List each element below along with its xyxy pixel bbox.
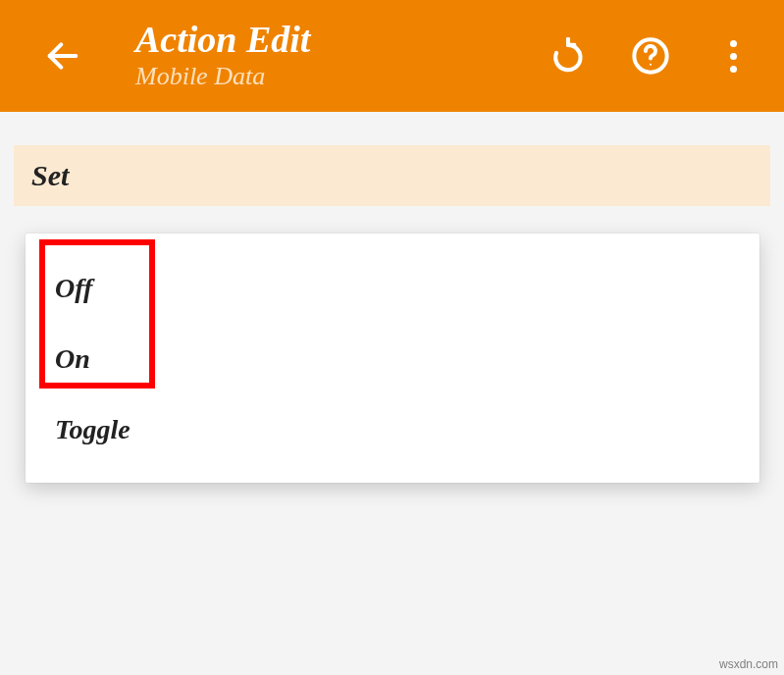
dot-icon bbox=[730, 66, 737, 73]
section-header-set: Set bbox=[14, 145, 770, 206]
content-area: Set bbox=[0, 112, 784, 206]
help-button[interactable] bbox=[629, 34, 672, 78]
set-dropdown: Off On Toggle bbox=[26, 234, 759, 483]
watermark: wsxdn.com bbox=[719, 657, 778, 671]
dot-icon bbox=[730, 40, 737, 47]
appbar-titles: Action Edit Mobile Data bbox=[135, 21, 547, 91]
appbar-actions bbox=[547, 34, 755, 78]
help-icon bbox=[631, 36, 670, 76]
dropdown-item-off[interactable]: Off bbox=[26, 253, 759, 324]
back-button[interactable] bbox=[39, 32, 86, 79]
overflow-menu-button[interactable] bbox=[711, 34, 755, 78]
dropdown-item-on[interactable]: On bbox=[26, 324, 759, 394]
page-subtitle: Mobile Data bbox=[135, 62, 547, 91]
undo-button[interactable] bbox=[547, 34, 590, 78]
arrow-left-icon bbox=[43, 36, 82, 76]
svg-point-2 bbox=[650, 64, 652, 66]
app-bar: Action Edit Mobile Data bbox=[0, 0, 784, 112]
dot-icon bbox=[730, 53, 737, 60]
page-title: Action Edit bbox=[135, 21, 547, 60]
dropdown-item-toggle[interactable]: Toggle bbox=[26, 394, 759, 465]
undo-icon bbox=[549, 37, 587, 75]
